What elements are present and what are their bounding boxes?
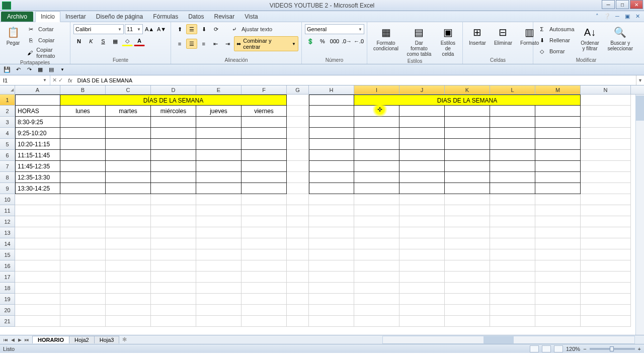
tab-diseno[interactable]: Diseño de página: [91, 12, 148, 22]
cell-F10[interactable]: [242, 194, 287, 205]
fill-color-button[interactable]: ◇: [122, 36, 133, 46]
align-top-icon[interactable]: ⬆: [174, 24, 185, 34]
cell-B16[interactable]: [60, 260, 106, 272]
autosum-icon[interactable]: Σ: [536, 24, 547, 34]
cell-H11[interactable]: [309, 205, 354, 216]
cell-M17[interactable]: [535, 272, 581, 283]
cell-A16[interactable]: [15, 260, 60, 272]
cell-G3[interactable]: [287, 117, 309, 128]
currency-icon[interactable]: 💲: [305, 36, 316, 46]
clear-button[interactable]: Borrar: [548, 48, 566, 55]
formula-input[interactable]: [75, 77, 636, 83]
row-header-13[interactable]: 13: [0, 227, 15, 238]
number-format-combo[interactable]: General▼: [305, 24, 364, 34]
cell-D19[interactable]: [151, 294, 196, 305]
cell-N12[interactable]: [581, 216, 631, 227]
col-header-F[interactable]: F: [242, 85, 287, 94]
copy-button[interactable]: Copiar: [37, 37, 55, 44]
cell-K9[interactable]: [445, 183, 490, 194]
sheet-nav-last-icon[interactable]: ⏭: [23, 337, 30, 342]
cell-K16[interactable]: [445, 260, 490, 272]
col-header-A[interactable]: A: [15, 85, 60, 94]
cell-M12[interactable]: [535, 216, 581, 227]
cell-B11[interactable]: [60, 205, 106, 216]
cell-B8[interactable]: [60, 172, 106, 183]
wrap-text-button[interactable]: Ajustar texto: [240, 26, 273, 33]
cell-I7[interactable]: [354, 161, 399, 172]
cell-H15[interactable]: [309, 249, 354, 260]
row-header-1[interactable]: 1: [0, 95, 15, 106]
cell-H21[interactable]: [309, 316, 354, 327]
cell-A1[interactable]: [15, 95, 60, 106]
cell-F13[interactable]: [242, 227, 287, 238]
cell-D15[interactable]: [151, 249, 196, 260]
cell-J4[interactable]: [399, 128, 445, 139]
minimize-ribbon-icon[interactable]: ˄: [594, 13, 601, 20]
cell-H8[interactable]: [309, 172, 354, 183]
cell-K19[interactable]: [445, 294, 490, 305]
cell-H18[interactable]: [309, 283, 354, 294]
cell-D7[interactable]: [151, 161, 196, 172]
decrease-font-icon[interactable]: A▼: [156, 24, 167, 34]
cell-M5[interactable]: [535, 139, 581, 150]
cell-J5[interactable]: [399, 139, 445, 150]
cell-A19[interactable]: [15, 294, 60, 305]
cell-A9[interactable]: 13:30-14:25: [15, 183, 60, 194]
decrease-decimal-icon[interactable]: ←.0: [353, 36, 364, 46]
col-header-M[interactable]: M: [535, 85, 581, 94]
cell-C9[interactable]: [106, 183, 151, 194]
cell-K17[interactable]: [445, 272, 490, 283]
align-middle-icon[interactable]: ☰: [186, 24, 197, 34]
row-header-18[interactable]: 18: [0, 283, 15, 294]
cell-J12[interactable]: [399, 216, 445, 227]
cell-F20[interactable]: [242, 305, 287, 316]
cell-D20[interactable]: [151, 305, 196, 316]
cell-A2[interactable]: HORAS: [15, 106, 60, 117]
cell-G19[interactable]: [287, 294, 309, 305]
cell-G1[interactable]: [287, 95, 309, 106]
cell-K4[interactable]: [445, 128, 490, 139]
cell-E19[interactable]: [196, 294, 242, 305]
cell-H4[interactable]: [309, 128, 354, 139]
cell-K12[interactable]: [445, 216, 490, 227]
col-header-D[interactable]: D: [151, 85, 196, 94]
zoom-out-icon[interactable]: −: [583, 346, 586, 352]
wrap-text-icon[interactable]: ⤶: [228, 24, 239, 34]
cell-E13[interactable]: [196, 227, 242, 238]
redo-icon[interactable]: ↷: [24, 65, 34, 74]
cell-G6[interactable]: [287, 150, 309, 161]
cell-L18[interactable]: [490, 283, 535, 294]
tab-revisar[interactable]: Revisar: [209, 12, 240, 22]
cell-I11[interactable]: [354, 205, 399, 216]
cell-B2[interactable]: lunes: [60, 106, 106, 117]
cell-M6[interactable]: [535, 150, 581, 161]
row-header-17[interactable]: 17: [0, 272, 15, 283]
cell-B10[interactable]: [60, 194, 106, 205]
cell-N15[interactable]: [581, 249, 631, 260]
cell-K7[interactable]: [445, 161, 490, 172]
cell-J2[interactable]: [399, 106, 445, 117]
cell-M14[interactable]: [535, 238, 581, 249]
cell-E15[interactable]: [196, 249, 242, 260]
cell-L9[interactable]: [490, 183, 535, 194]
cell-F11[interactable]: [242, 205, 287, 216]
row-header-11[interactable]: 11: [0, 205, 15, 216]
undo-icon[interactable]: ↶: [13, 65, 23, 74]
clear-icon[interactable]: ◇: [536, 46, 547, 56]
cell-A18[interactable]: [15, 283, 60, 294]
cell-N21[interactable]: [581, 316, 631, 327]
cell-E8[interactable]: [196, 172, 242, 183]
cell-F12[interactable]: [242, 216, 287, 227]
cell-I13[interactable]: [354, 227, 399, 238]
cell-I5[interactable]: [354, 139, 399, 150]
cell-E10[interactable]: [196, 194, 242, 205]
cell-K10[interactable]: [445, 194, 490, 205]
fx-icon[interactable]: fx: [65, 77, 75, 83]
cell-L3[interactable]: [490, 117, 535, 128]
cell-E3[interactable]: [196, 117, 242, 128]
qat-btn4-icon[interactable]: ▦: [35, 65, 45, 74]
cell-F18[interactable]: [242, 283, 287, 294]
cell-H7[interactable]: [309, 161, 354, 172]
cell-C17[interactable]: [106, 272, 151, 283]
cell-A5[interactable]: 10:20-11:15: [15, 139, 60, 150]
